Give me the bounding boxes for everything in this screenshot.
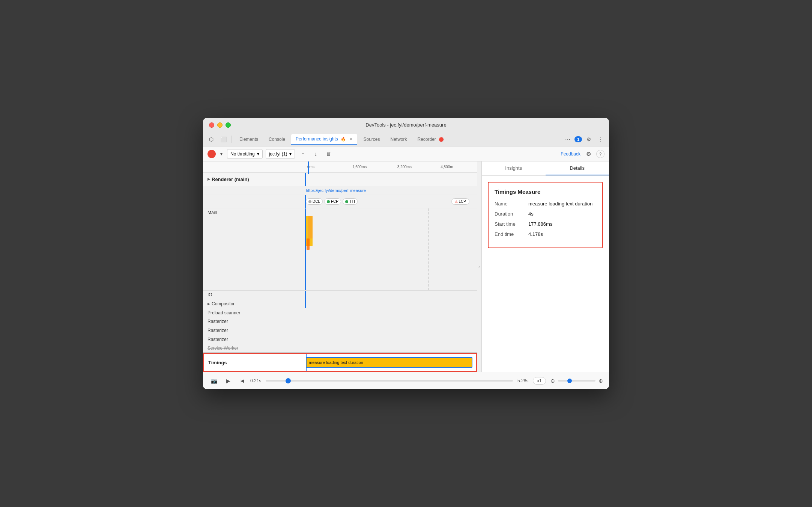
detail-val-end: 4.178s [528,231,543,237]
tab-recorder[interactable]: Recorder 🔴 [413,134,449,144]
instance-dropdown-arrow: ▾ [289,151,292,157]
cursor-line-io [305,291,306,299]
preload-content [304,308,477,317]
record-button[interactable] [208,150,216,158]
download-icon[interactable]: ↓ [311,149,320,159]
details-row-duration: Duration 4s [495,211,596,217]
time-end-display: 5.28s [517,378,528,383]
flame-chart-area: Main [203,208,477,290]
zoom-out-icon[interactable]: ⊖ [550,378,555,384]
fcp-badge[interactable]: FCP [324,198,341,205]
tti-badge[interactable]: TTI [343,198,358,205]
zoom-slider[interactable] [558,380,595,382]
details-row-end: End time 4.178s [495,231,596,237]
detail-key-name: Name [495,201,528,207]
service-worker-track: Service Worker [203,344,477,353]
instance-select[interactable]: jec.fyi (1) ▾ [266,149,295,159]
renderer-collapse-icon[interactable]: ▶ [208,177,210,181]
speed-selector[interactable]: x1 [533,377,546,385]
rasterizer1-content [304,317,477,326]
tab-bar: ⬡ ⬜ Elements Console Performance insight… [203,132,609,146]
throttle-label: No throttling [230,151,255,157]
tab-performance[interactable]: Performance insights 🔥 ✕ [291,134,357,145]
detail-key-duration: Duration [495,211,528,217]
chat-badge[interactable]: 1 [574,136,582,142]
compositor-expand-icon[interactable]: ▶ [208,302,210,306]
settings-gear-icon[interactable]: ⚙ [583,134,594,145]
renderer-content [304,173,477,186]
window-title: DevTools - jec.fyi/demo/perf-measure [365,122,446,128]
throttle-select[interactable]: No throttling ▾ [227,149,263,159]
flame-content [304,208,477,290]
flame-bar-2 [308,216,313,238]
details-title: Timings Measure [495,189,596,195]
resize-handle[interactable]: › [477,161,481,372]
tti-dot [345,200,348,203]
url-row: https://jec.fyi/demo/perf-measure [203,186,477,195]
tab-separator [232,136,232,143]
timeline-thumb[interactable] [286,378,291,383]
help-icon[interactable]: ? [596,150,604,158]
tab-details[interactable]: Details [546,161,609,175]
ruler-markers: 0ms 1,600ms 3,200ms 4,800m [307,161,474,172]
devtools-window: DevTools - jec.fyi/demo/perf-measure ⬡ ⬜… [203,118,609,389]
inspect-icon[interactable]: ⬜ [218,134,229,145]
rasterizer3-label: Rasterizer [203,337,304,342]
detail-val-duration: 4s [528,211,534,217]
tab-network[interactable]: Network [386,134,412,144]
settings-icon[interactable]: ⚙ [583,149,593,159]
play-button[interactable]: ▶ [223,376,233,386]
tab-insights[interactable]: Insights [482,161,546,175]
dcl-badge[interactable]: DCL [306,198,323,205]
url-content: https://jec.fyi/demo/perf-measure [304,188,477,193]
instance-label: jec.fyi (1) [269,151,287,157]
fcp-dot [327,200,330,203]
cursor-icon[interactable]: ⬡ [206,134,217,145]
resize-icon: › [478,264,480,269]
right-panel-tabs: Insights Details [482,161,609,176]
close-button[interactable] [209,122,214,128]
main-label: Main [203,210,222,215]
tab-close-icon[interactable]: ✕ [349,137,353,141]
toolbar: ▾ No throttling ▾ jec.fyi (1) ▾ ↑ ↓ 🗑 Fe… [203,146,609,161]
flame-label-col: Main [203,208,304,290]
screenshot-icon[interactable]: 📷 [209,376,219,386]
maximize-button[interactable] [226,122,231,128]
timeline-container: 0ms 1,600ms 3,200ms 4,800m ▶ Renderer (m… [203,161,477,372]
flame-bar-3 [307,238,310,250]
traffic-lights [209,122,231,128]
trash-icon[interactable]: 🗑 [323,149,333,159]
skip-back-button[interactable]: |◀ [238,377,246,385]
dcl-dot [308,200,311,203]
bottom-bar: 📷 ▶ |◀ 0.21s 5.28s x1 ⊖ ⊕ [203,372,609,389]
lcp-badge[interactable]: ⚠ LCP [451,198,469,205]
timings-row: Timings measure loading text duration [203,353,477,372]
marker-4800ms: 4,800m [441,165,453,169]
tab-console[interactable]: Console [264,134,290,144]
more-tabs-button[interactable]: ⋯ [562,134,573,145]
compositor-label: ▶ Compositor [203,301,304,306]
more-options-icon[interactable]: ⋮ [595,134,606,145]
cursor-line [308,161,309,174]
cursor-line-milestone [305,195,306,208]
dashed-line [429,208,429,290]
tab-sources[interactable]: Sources [359,134,384,144]
zoom-thumb[interactable] [567,379,572,383]
tab-elements[interactable]: Elements [235,134,263,144]
service-worker-label: Service Worker [203,346,304,351]
main-area: 0ms 1,600ms 3,200ms 4,800m ▶ Renderer (m… [203,161,609,372]
cursor-line-renderer [305,173,306,186]
timeline-slider[interactable] [266,380,513,382]
cursor-line-timings [306,354,307,371]
renderer-label: ▶ Renderer (main) [203,177,304,182]
marker-3200ms: 3,200ms [397,165,412,169]
tab-more-area: ⋯ 1 ⚙ ⋮ [562,134,606,145]
lcp-triangle-icon: ⚠ [455,200,458,204]
timing-bar[interactable]: measure loading text duration [306,357,472,368]
minimize-button[interactable] [217,122,223,128]
record-dropdown-arrow[interactable]: ▾ [219,151,224,157]
zoom-in-icon[interactable]: ⊕ [598,378,603,384]
details-panel: Timings Measure Name measure loading tex… [482,176,609,254]
feedback-button[interactable]: Feedback [561,151,580,157]
upload-icon[interactable]: ↑ [298,149,308,159]
